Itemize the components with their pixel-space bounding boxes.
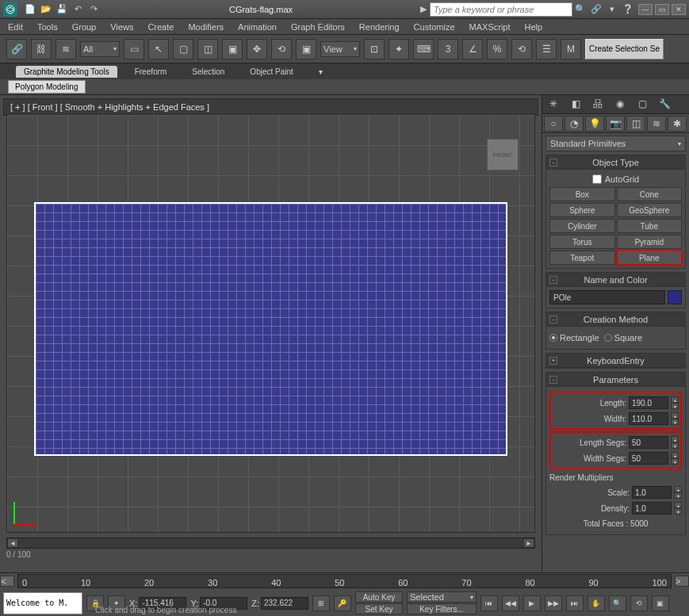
sphere-button[interactable]: Sphere — [549, 203, 615, 217]
menu-group[interactable]: Group — [72, 22, 97, 32]
maximize-button[interactable]: ▭ — [655, 4, 669, 15]
app-icon[interactable] — [3, 2, 17, 17]
pan-icon[interactable]: ✋ — [588, 595, 605, 611]
autogrid-checkbox[interactable] — [592, 174, 602, 184]
window-cross-icon[interactable]: ▣ — [222, 39, 243, 59]
scroll-left-icon[interactable]: ◄ — [7, 538, 18, 548]
undo-icon[interactable]: ↶ — [72, 4, 83, 15]
motion-panel-icon[interactable]: ◉ — [609, 95, 631, 113]
play-icon[interactable]: ▶ — [523, 595, 541, 611]
prev-frame-icon[interactable]: ◀◀ — [502, 595, 519, 611]
shapes-icon[interactable]: ◔ — [565, 116, 584, 132]
tab-objectpaint[interactable]: Object Paint — [242, 66, 300, 78]
spinner-up-icon[interactable]: ▴ — [674, 502, 682, 508]
hierarchy-panel-icon[interactable]: 品 — [587, 95, 609, 113]
create-panel-icon[interactable]: ✳ — [542, 95, 565, 113]
spinner-snap-icon[interactable]: ⟲ — [511, 39, 532, 59]
spinner-up-icon[interactable]: ▴ — [671, 452, 679, 458]
collapse-icon[interactable]: - — [549, 159, 557, 166]
snap-toggle-icon[interactable]: 3 — [438, 39, 458, 59]
help-icon[interactable]: ❔ — [622, 4, 633, 15]
key-selected-dropdown[interactable]: Selected▾ — [407, 591, 477, 603]
polygon-modeling-tab[interactable]: Polygon Modeling — [8, 80, 86, 94]
spinner-up-icon[interactable]: ▴ — [671, 436, 679, 442]
viewport-label[interactable]: [ + ] [ Front ] [ Smooth + Highlights + … — [3, 98, 538, 116]
next-frame-icon[interactable]: ▶▶ — [545, 595, 562, 611]
move-tool-icon[interactable]: ✥ — [247, 39, 267, 59]
angle-snap-icon[interactable]: ∠ — [462, 39, 483, 59]
grid-icon[interactable]: ⊞ — [312, 595, 330, 611]
menu-modifiers[interactable]: Modifiers — [188, 22, 224, 32]
spinner-down-icon[interactable]: ▾ — [671, 403, 679, 409]
selection-filter-dropdown[interactable]: All▾ — [80, 41, 120, 57]
time-slider-left[interactable]: < — [0, 576, 14, 587]
scale-tool-icon[interactable]: ▣ — [296, 39, 316, 59]
menu-maxscript[interactable]: MAXScript — [469, 22, 511, 32]
menu-create[interactable]: Create — [147, 22, 174, 32]
width-segs-input[interactable] — [629, 452, 668, 465]
key-mode-icon[interactable]: 🔑 — [334, 595, 351, 611]
torus-button[interactable]: Torus — [549, 235, 615, 249]
keyfilters-button[interactable]: Key Filters... — [407, 603, 477, 614]
scroll-right-icon[interactable]: ► — [523, 538, 534, 548]
minimize-button[interactable]: — — [638, 4, 653, 15]
utilities-panel-icon[interactable]: 🔧 — [653, 95, 676, 113]
spinner-down-icon[interactable]: ▾ — [674, 492, 682, 499]
goto-end-icon[interactable]: ⏭ — [566, 595, 584, 611]
link-icon[interactable]: 🔗 — [591, 4, 602, 15]
select-tool-icon[interactable]: ▭ — [124, 39, 144, 59]
rect-region-icon[interactable]: ◫ — [197, 39, 218, 59]
keyboard-icon[interactable]: ⌨ — [413, 39, 434, 59]
setkey-button[interactable]: Set Key — [355, 603, 403, 614]
rectangle-radio[interactable]: Rectangle — [549, 333, 599, 342]
pivot-icon[interactable]: ⊡ — [364, 39, 385, 59]
select-name-icon[interactable]: ▢ — [173, 39, 193, 59]
expand-icon[interactable]: + — [549, 357, 557, 365]
menu-grapheditors[interactable]: Graph Editors — [291, 22, 345, 32]
cameras-icon[interactable]: 📷 — [606, 116, 625, 132]
cone-button[interactable]: Cone — [617, 187, 683, 201]
display-panel-icon[interactable]: ▢ — [631, 95, 653, 113]
maxscript-listener[interactable]: Welcome to M. — [3, 592, 82, 614]
redo-icon[interactable]: ↷ — [88, 4, 99, 15]
z-coord-input[interactable] — [261, 597, 308, 610]
zoom-icon[interactable]: 🔍 — [609, 595, 626, 611]
menu-help[interactable]: Help — [525, 22, 543, 32]
autokey-button[interactable]: Auto Key — [355, 591, 403, 603]
menu-tools[interactable]: Tools — [37, 22, 58, 32]
geometry-icon[interactable]: ○ — [544, 116, 563, 132]
unlink-tool-icon[interactable]: ⛓ — [31, 39, 52, 59]
link-tool-icon[interactable]: 🔗 — [6, 39, 27, 59]
goto-start-icon[interactable]: ⏮ — [480, 595, 498, 611]
plane-button[interactable]: Plane — [617, 251, 683, 265]
geosphere-button[interactable]: GeoSphere — [617, 203, 683, 217]
search-input[interactable] — [430, 2, 572, 17]
close-button[interactable]: ✕ — [672, 4, 686, 15]
viewport-scrollbar[interactable]: ◄ ► — [6, 538, 535, 549]
menu-customize[interactable]: Customize — [414, 22, 455, 32]
rotate-tool-icon[interactable]: ⟲ — [271, 39, 292, 59]
length-segs-input[interactable] — [629, 436, 668, 449]
systems-icon[interactable]: ✱ — [668, 116, 687, 132]
caret-icon[interactable]: ▾ — [607, 4, 618, 15]
new-icon[interactable]: 📄 — [25, 4, 36, 15]
open-icon[interactable]: 📂 — [40, 4, 52, 15]
name-color-header[interactable]: -Name and Color — [546, 273, 685, 287]
collapse-icon[interactable]: - — [549, 376, 557, 384]
menu-animation[interactable]: Animation — [238, 22, 277, 32]
mirror-icon[interactable]: M — [561, 39, 581, 59]
object-type-header[interactable]: -Object Type — [546, 155, 685, 170]
maximize-viewport-icon[interactable]: ▣ — [652, 595, 669, 611]
spacewarps-icon[interactable]: ≋ — [647, 116, 666, 132]
time-slider-right[interactable]: > — [675, 576, 689, 587]
manipulate-icon[interactable]: ✦ — [389, 39, 409, 59]
object-name-input[interactable] — [549, 290, 665, 304]
menu-views[interactable]: Views — [110, 22, 133, 32]
primitives-dropdown[interactable]: Standard Primitives▾ — [545, 136, 686, 151]
color-swatch[interactable] — [668, 290, 682, 304]
spinner-up-icon[interactable]: ▴ — [671, 396, 679, 403]
spinner-down-icon[interactable]: ▾ — [671, 442, 679, 449]
spinner-down-icon[interactable]: ▾ — [671, 458, 679, 465]
bind-tool-icon[interactable]: ≋ — [56, 39, 76, 59]
search-arrow-icon[interactable]: ▶ — [420, 4, 427, 14]
